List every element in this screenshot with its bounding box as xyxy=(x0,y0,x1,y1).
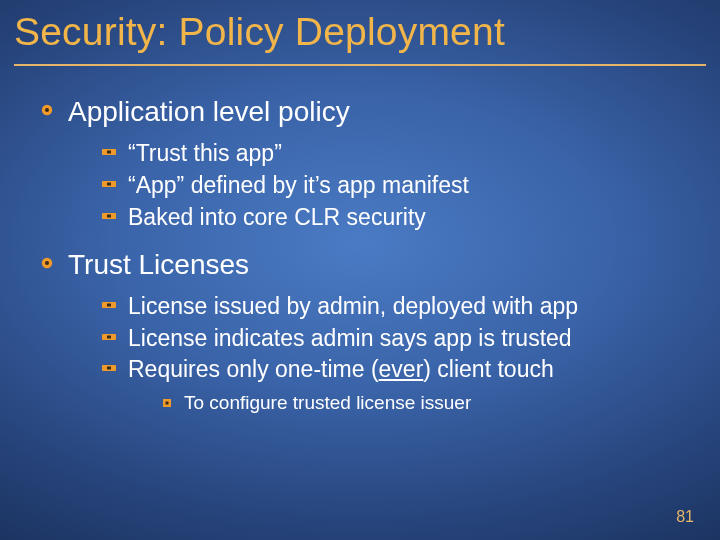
slide-title: Security: Policy Deployment xyxy=(14,10,708,54)
list-item: License issued by admin, deployed with a… xyxy=(102,292,680,322)
svg-point-1 xyxy=(45,108,49,112)
list-item: License indicates admin says app is trus… xyxy=(102,324,680,354)
list-item: Application level policy “Trust this app… xyxy=(40,94,680,233)
list-item-label: “App” defined by it’s app manifest xyxy=(128,172,469,198)
svg-rect-13 xyxy=(107,335,111,338)
svg-rect-3 xyxy=(107,151,111,154)
list-item-label: Application level policy xyxy=(68,96,350,127)
slide-body: Application level policy “Trust this app… xyxy=(0,66,720,416)
list-item-label: Baked into core CLR security xyxy=(128,204,426,230)
list-item: Requires only one-time (ever) client tou… xyxy=(102,355,680,416)
list-item-label: Requires only one-time (ever) client tou… xyxy=(128,356,554,382)
bullet-icon xyxy=(102,146,116,158)
list-item: “App” defined by it’s app manifest xyxy=(102,171,680,201)
bullet-icon xyxy=(40,256,54,270)
list-item-label: “Trust this app” xyxy=(128,140,282,166)
page-number: 81 xyxy=(676,508,694,526)
bullet-icon xyxy=(102,210,116,222)
svg-rect-5 xyxy=(107,182,111,185)
bullet-icon xyxy=(102,178,116,190)
list-item-label: License indicates admin says app is trus… xyxy=(128,325,572,351)
list-item: “Trust this app” xyxy=(102,139,680,169)
bullet-icon xyxy=(40,103,54,117)
list-item: Baked into core CLR security xyxy=(102,203,680,233)
bullet-icon xyxy=(102,299,116,311)
svg-rect-7 xyxy=(107,214,111,217)
list-item: To configure trusted license issuer xyxy=(162,391,680,416)
list-item: Trust Licenses License issued by admin, … xyxy=(40,247,680,416)
svg-rect-11 xyxy=(107,303,111,306)
bullet-icon xyxy=(102,331,116,343)
svg-point-9 xyxy=(45,261,49,265)
svg-rect-17 xyxy=(166,402,169,405)
bullet-icon xyxy=(102,362,116,374)
bullet-icon xyxy=(162,398,172,408)
svg-rect-15 xyxy=(107,367,111,370)
list-item-label: Trust Licenses xyxy=(68,249,249,280)
list-item-label: To configure trusted license issuer xyxy=(184,392,471,413)
list-item-label: License issued by admin, deployed with a… xyxy=(128,293,578,319)
